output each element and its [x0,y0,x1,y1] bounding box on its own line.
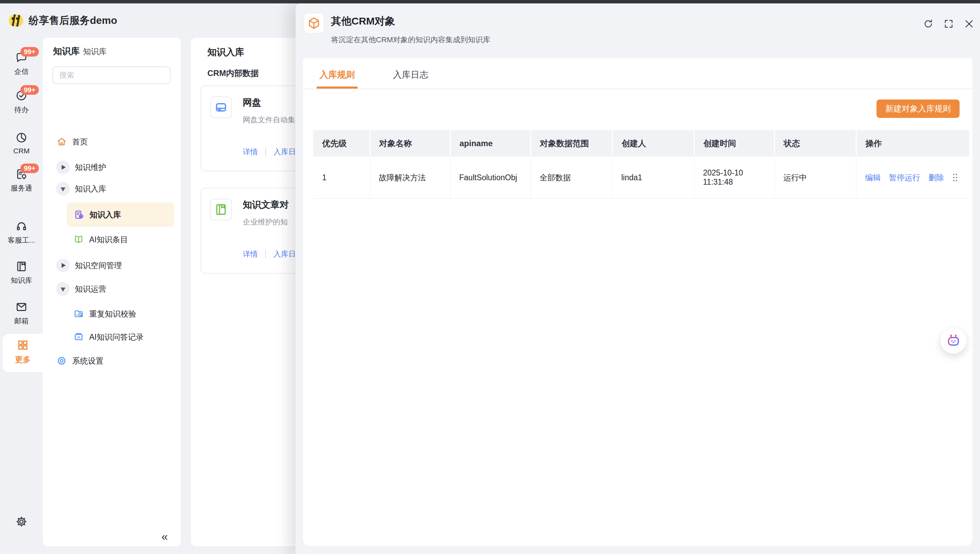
rail-item-qixin[interactable]: 99+ 企信 [0,51,43,76]
modal-title: 其他CRM对象 [331,14,395,28]
rail-item-youxiang[interactable]: 邮箱 [0,300,43,326]
mail-icon [0,300,43,315]
app-logo-bee [9,14,23,27]
edit-link[interactable]: 编辑 [865,172,881,183]
divider [265,250,266,259]
rules-table: 优先级 对象名称 apiname 对象数据范围 创建人 创建时间 状态 操作 1… [313,130,969,199]
chevron-down-icon [56,182,70,196]
sidebar-collapse-button[interactable]: « [161,530,168,542]
refresh-icon[interactable] [923,18,934,29]
open-book-icon [73,234,84,245]
cell-scope: 全部数据 [531,157,612,199]
col-actions: 操作 [856,130,969,157]
col-priority: 优先级 [313,130,370,157]
chevron-right-icon [56,259,70,272]
intake-log-link[interactable]: 入库日 [274,147,296,157]
sidebar-item-home[interactable]: 首页 [43,134,181,150]
sidebar-group-zhishiruku[interactable]: 知识入库 [43,181,181,196]
detail-link[interactable]: 详情 [243,249,258,259]
app-screen: 纷享售后服务demo 99+ 企信 99+ 待办 CRM [0,0,980,554]
cell-apiname: FaultSolutionObj [450,157,531,199]
sidebar-group-zhishiyunying[interactable]: 知识运营 [43,281,181,297]
book-icon [0,260,43,274]
card-desc: 企业维护的知 [243,217,288,227]
sidebar-item-dup-check[interactable]: 重复知识校验 [43,306,181,322]
sidebar-item-settings[interactable]: 系统设置 [43,353,181,369]
delete-link[interactable]: 删除 [929,172,944,183]
unread-badge: 99+ [21,85,39,95]
doc-import-icon [73,209,84,220]
cube-icon [304,13,324,34]
gear-icon [56,355,67,366]
tab-intake-rules[interactable]: 入库规则 [317,67,358,89]
sidebar-item-ai-qa-log[interactable]: AI AI知识问答记录 [43,329,181,345]
robot-icon [946,333,961,349]
cell-priority: 1 [313,157,370,199]
home-icon [56,136,67,147]
icon-rail: 99+ 企信 99+ 待办 CRM 99+ 服务通 [0,37,43,554]
create-rule-button[interactable]: 新建对象入库规则 [877,99,959,118]
ai-assistant-fab[interactable] [940,328,966,354]
more-actions-handle-icon[interactable] [952,173,958,182]
ai-box-icon: AI [73,332,84,342]
table-header-row: 优先级 对象名称 apiname 对象数据范围 创建人 创建时间 状态 操作 [313,130,969,157]
col-object-name: 对象名称 [370,130,450,157]
grid-icon [3,338,43,353]
divider [265,147,266,156]
chevron-right-icon [56,160,70,174]
cell-actions: 编辑 暂停运行 删除 [856,157,969,199]
tab-intake-log[interactable]: 入库日志 [390,67,431,89]
modal-subtitle: 将沉淀在其他CRM对象的知识内容集成到知识库 [331,35,490,45]
cell-created: 2025-10-10 11:31:48 [694,157,774,199]
rail-item-fuwutong[interactable]: 99+ 服务通 [0,168,43,193]
rail-item-kefu[interactable]: 客服工... [0,220,43,245]
cell-object-name: 故障解决方法 [370,157,450,199]
close-icon[interactable] [964,18,975,29]
pie-chart-icon [0,131,43,145]
rail-settings-gear-icon[interactable] [0,515,43,530]
col-creator: 创建人 [612,130,694,157]
col-scope: 对象数据范围 [531,130,612,157]
sidebar-group-zhishiweihu[interactable]: 知识维护 [43,160,181,175]
col-apiname: apiname [450,130,531,157]
other-crm-objects-modal: 其他CRM对象 将沉淀在其他CRM对象的知识内容集成到知识库 入库规则 入库日志… [296,3,980,554]
fullscreen-icon[interactable] [943,18,954,29]
sidebar-title: 知识库知识库 [53,45,107,57]
rail-item-crm[interactable]: CRM [0,131,43,155]
unread-badge: 99+ [21,47,39,57]
col-created: 创建时间 [694,130,774,157]
section-title: CRM内部数据 [207,68,259,79]
chevron-down-icon [56,282,70,296]
page-title: 知识入库 [207,46,244,58]
card-title: 网盘 [243,96,261,109]
window-top-strip [0,0,980,3]
folder-search-icon [73,308,84,319]
pause-link[interactable]: 暂停运行 [889,172,920,183]
intake-log-link[interactable]: 入库日 [274,249,296,259]
sidebar-item-zhishiruku-selected[interactable]: 知识入库 [67,203,174,227]
cell-status: 运行中 [774,157,856,199]
rail-item-daiban[interactable]: 99+ 待办 [0,89,43,115]
modal-toolbar [923,18,975,29]
modal-tabs: 入库规则 入库日志 [303,67,972,89]
detail-link[interactable]: 详情 [243,147,258,157]
search-input[interactable] [52,66,170,84]
knowledge-sidebar: 知识库知识库 首页 知识维护 知识入库 知识入库 AI [43,38,181,546]
sidebar-group-space-mgmt[interactable]: 知识空间管理 [43,257,181,273]
card-title: 知识文章对 [243,199,289,211]
rail-item-gengduo-active[interactable]: 更多 [3,334,43,372]
unread-badge: 99+ [21,164,39,173]
rail-item-zhishiku[interactable]: 知识库 [0,260,43,285]
col-status: 状态 [774,130,856,157]
table-row: 1 故障解决方法 FaultSolutionObj 全部数据 linda1 20… [313,157,969,199]
sidebar-item-ai-entries[interactable]: AI知识条目 [43,231,181,247]
app-title: 纷享售后服务demo [29,14,117,27]
card-desc: 网盘文件自动集 [243,115,295,125]
cell-creator: linda1 [612,157,694,199]
modal-body-card: 入库规则 入库日志 新建对象入库规则 优先级 对象名称 apiname 对象数据… [303,58,972,546]
hard-drive-icon [210,96,232,118]
green-book-icon [210,199,232,220]
svg-text:AI: AI [77,335,80,339]
headset-icon [0,220,43,234]
